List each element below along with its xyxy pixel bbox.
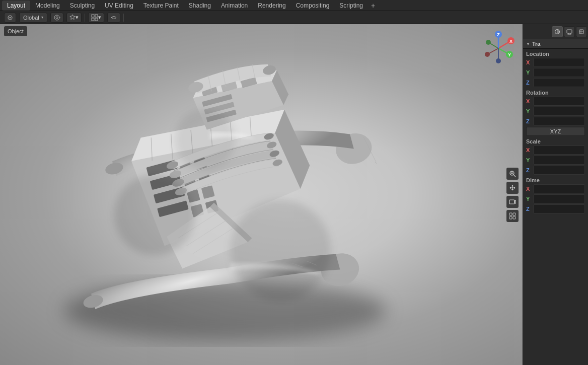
tab-scripting[interactable]: Scripting — [334, 1, 368, 11]
location-y-value[interactable] — [533, 68, 585, 77]
dim-x-axis-label: X — [526, 186, 532, 192]
tab-texture-paint[interactable]: Texture Paint — [138, 1, 184, 11]
svg-rect-67 — [513, 213, 516, 215]
rotation-mode-btn[interactable]: XYZ — [526, 127, 585, 136]
viewport-nav-buttons — [506, 168, 519, 222]
transform-panel-header: ▼ Tra — [523, 39, 588, 49]
rot-y-axis-label: Y — [526, 108, 532, 114]
proportional-editing-btn[interactable] — [50, 13, 63, 23]
x-axis-label: X — [526, 59, 532, 65]
overlay-chevron-icon: ▾ — [98, 14, 101, 21]
tab-sculpting[interactable]: Sculpting — [65, 1, 100, 11]
svg-point-74 — [485, 52, 490, 57]
add-tab-button[interactable]: + — [368, 1, 378, 10]
scale-z-axis-label: Z — [526, 167, 532, 173]
dim-y-row: Y — [523, 194, 588, 204]
rotation-x-value[interactable] — [533, 97, 585, 106]
spacecraft-model — [29, 39, 442, 351]
z-axis-label: Z — [526, 80, 532, 86]
viewport-shading-icon[interactable] — [552, 26, 563, 37]
overlay-btn[interactable]: ▾ — [88, 13, 104, 23]
dim-y-value[interactable] — [533, 194, 585, 203]
svg-point-1 — [10, 17, 11, 18]
scale-label: Scale — [523, 136, 588, 145]
properties-content: Location X Y Z Rotation X Y — [523, 49, 588, 365]
scale-z-row: Z — [523, 165, 588, 175]
svg-rect-8 — [95, 18, 98, 21]
rotation-z-value[interactable] — [533, 117, 585, 126]
rotation-y-value[interactable] — [533, 107, 585, 116]
rotation-label: Rotation — [523, 88, 588, 96]
scale-x-value[interactable] — [533, 145, 585, 155]
location-x-value[interactable] — [533, 58, 585, 67]
svg-point-56 — [230, 200, 331, 301]
location-label: Location — [523, 49, 588, 57]
dim-z-row: Z — [523, 204, 588, 214]
rotation-x-row: X — [523, 96, 588, 106]
camera-button[interactable] — [506, 196, 519, 208]
svg-point-55 — [114, 175, 195, 255]
object-mode-button[interactable]: Object — [4, 26, 27, 36]
svg-rect-68 — [509, 216, 512, 219]
scale-y-axis-label: Y — [526, 157, 532, 163]
location-x-row: X — [523, 57, 588, 67]
svg-point-84 — [496, 58, 501, 63]
svg-rect-5 — [92, 15, 94, 17]
toolbar: Global ▾ ▾ ▾ — [0, 11, 588, 24]
dim-x-value[interactable] — [533, 184, 585, 193]
svg-marker-65 — [514, 200, 516, 203]
snap-toggle-btn[interactable]: ▾ — [66, 13, 82, 23]
top-menu-bar: Layout Modeling Sculpting UV Editing Tex… — [0, 0, 588, 11]
toolbar-sep-1 — [85, 14, 85, 22]
tab-modeling[interactable]: Modeling — [30, 1, 65, 11]
svg-rect-66 — [509, 213, 512, 215]
viewport-gizmo-icon[interactable] — [576, 26, 587, 37]
viewport-display-icon[interactable] — [564, 26, 575, 37]
svg-line-59 — [375, 162, 377, 164]
location-z-value[interactable] — [533, 78, 585, 87]
tab-compositing[interactable]: Compositing — [291, 1, 335, 11]
svg-point-57 — [175, 109, 235, 170]
scale-z-value[interactable] — [533, 166, 585, 175]
scale-y-value[interactable] — [533, 156, 585, 165]
rotation-y-row: Y — [523, 106, 588, 116]
triangle-icon: ▼ — [526, 42, 530, 46]
pivot-icon-btn[interactable] — [4, 13, 16, 23]
zoom-button[interactable] — [506, 168, 519, 180]
svg-rect-6 — [95, 15, 98, 17]
tab-rendering[interactable]: Rendering — [253, 1, 290, 11]
rot-x-axis-label: X — [526, 98, 532, 104]
svg-rect-7 — [92, 18, 94, 21]
dimensions-label: Dime — [523, 175, 588, 184]
svg-text:Y: Y — [508, 52, 511, 57]
svg-point-2 — [54, 15, 59, 20]
y-axis-label: Y — [526, 69, 532, 76]
tab-uv-editing[interactable]: UV Editing — [100, 1, 138, 11]
rot-z-axis-label: Z — [526, 118, 532, 124]
scale-y-row: Y — [523, 155, 588, 165]
xray-btn[interactable] — [107, 13, 120, 23]
svg-point-3 — [56, 17, 58, 19]
tab-shading[interactable]: Shading — [184, 1, 216, 11]
grid-button[interactable] — [506, 210, 519, 222]
svg-point-79 — [486, 40, 491, 45]
dim-z-axis-label: Z — [526, 206, 532, 212]
toolbar-sep-2 — [123, 14, 124, 22]
global-dropdown[interactable]: Global ▾ — [19, 13, 47, 23]
location-y-row: Y — [523, 67, 588, 78]
rotation-z-row: Z — [523, 116, 588, 126]
svg-rect-69 — [513, 216, 516, 219]
tab-layout[interactable]: Layout — [2, 1, 30, 11]
svg-text:Z: Z — [497, 32, 500, 37]
tab-animation[interactable]: Animation — [216, 1, 253, 11]
svg-rect-86 — [567, 30, 572, 33]
viewport[interactable]: Object X — [0, 24, 523, 365]
snap-chevron-icon: ▾ — [76, 14, 79, 21]
orientation-gizmo[interactable]: X Y Z — [478, 28, 519, 68]
viewport-header: Object — [0, 24, 31, 38]
svg-line-61 — [513, 175, 516, 177]
svg-text:X: X — [509, 39, 512, 44]
pan-button[interactable] — [506, 182, 519, 194]
dim-z-value[interactable] — [533, 204, 585, 213]
scale-x-row: X — [523, 145, 588, 155]
